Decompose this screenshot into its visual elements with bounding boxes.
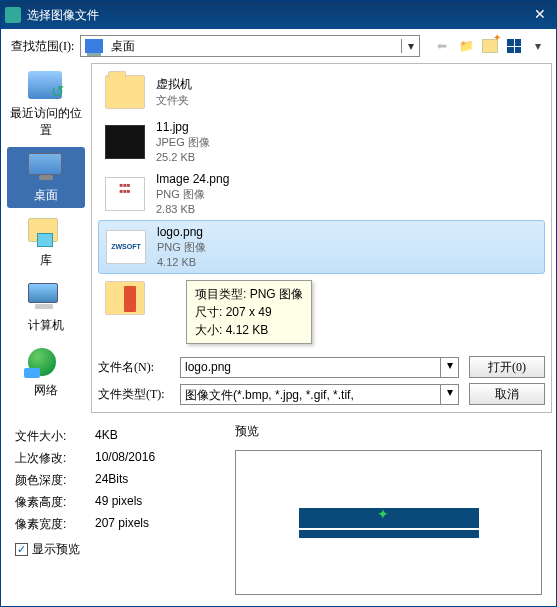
checkbox-icon: ✓ <box>15 543 28 556</box>
place-network[interactable]: 网络 <box>7 342 85 403</box>
image-thumb-icon: ■■■■■■ <box>105 177 145 211</box>
folder-icon <box>105 281 145 315</box>
item-size: 25.2 KB <box>156 150 210 165</box>
show-preview-checkbox[interactable]: ✓ 显示预览 <box>15 541 215 558</box>
lookin-label: 查找范围(I): <box>11 38 74 55</box>
info-val: 10/08/2016 <box>95 450 155 467</box>
toolbar-icons: ⬅ 📁 ▾ <box>434 38 546 54</box>
item-type: JPEG 图像 <box>156 135 210 150</box>
name-rows: 文件名(N): logo.png ▾ 打开(0) 文件类型(T): 图像文件(*… <box>92 347 551 412</box>
place-computer-label: 计算机 <box>28 317 64 334</box>
info-key: 像素宽度: <box>15 516 95 533</box>
lookin-value: 桌面 <box>107 38 401 55</box>
app-icon <box>5 7 21 23</box>
monitor-icon <box>28 153 62 175</box>
info-column: 文件大小:4KB 上次修改:10/08/2016 颜色深度:24Bits 像素高… <box>15 423 215 595</box>
item-type: PNG 图像 <box>157 240 206 255</box>
info-val: 24Bits <box>95 472 128 489</box>
show-preview-label: 显示预览 <box>32 541 80 558</box>
preview-column: 预览 <box>235 423 542 595</box>
list-item[interactable] <box>98 274 545 322</box>
item-type: 文件夹 <box>156 93 192 108</box>
preview-header: 预览 <box>235 423 542 440</box>
library-icon <box>28 218 58 242</box>
filename-input[interactable]: logo.png ▾ <box>180 357 459 378</box>
place-recent[interactable]: 最近访问的位置 <box>7 65 85 143</box>
list-item[interactable]: ZWSOFT logo.png PNG 图像 4.12 KB <box>98 220 545 274</box>
filename-label: 文件名(N): <box>98 359 170 376</box>
place-desktop-label: 桌面 <box>34 187 58 204</box>
info-key: 颜色深度: <box>15 472 95 489</box>
lower-panel: 文件大小:4KB 上次修改:10/08/2016 颜色深度:24Bits 像素高… <box>1 413 556 603</box>
item-name: Image 24.png <box>156 171 229 187</box>
list-item[interactable]: 11.jpg JPEG 图像 25.2 KB <box>98 116 545 168</box>
desktop-icon <box>85 39 103 53</box>
place-network-label: 网络 <box>34 382 58 399</box>
info-key: 文件大小: <box>15 428 95 445</box>
open-button[interactable]: 打开(0) <box>469 356 545 378</box>
recent-icon <box>28 71 62 99</box>
chevron-down-icon[interactable]: ▾ <box>401 39 419 53</box>
place-desktop[interactable]: 桌面 <box>7 147 85 208</box>
tooltip-line: 项目类型: PNG 图像 <box>195 285 303 303</box>
item-name: logo.png <box>157 224 206 240</box>
preview-box <box>235 450 542 595</box>
info-val: 207 pixels <box>95 516 149 533</box>
tooltip: 项目类型: PNG 图像 尺寸: 207 x 49 大小: 4.12 KB <box>186 280 312 344</box>
item-name: 虚拟机 <box>156 76 192 92</box>
filename-value: logo.png <box>181 358 440 377</box>
info-key: 上次修改: <box>15 450 95 467</box>
file-pane: 虚拟机 文件夹 11.jpg JPEG 图像 25.2 KB ■■■■■■ Im… <box>91 63 552 413</box>
place-recent-label: 最近访问的位置 <box>7 105 85 139</box>
window-title: 选择图像文件 <box>27 7 528 24</box>
filetype-value: 图像文件(*.bmp, *.jpg, *.gif, *.tif, <box>181 385 440 404</box>
new-folder-icon[interactable] <box>482 38 498 54</box>
view-dropdown-icon[interactable]: ▾ <box>530 38 546 54</box>
list-item[interactable]: 虚拟机 文件夹 <box>98 68 545 116</box>
info-val: 4KB <box>95 428 118 445</box>
titlebar: 选择图像文件 ✕ <box>1 1 556 29</box>
network-icon <box>28 348 56 376</box>
info-val: 49 pixels <box>95 494 142 511</box>
item-size: 2.83 KB <box>156 202 229 217</box>
place-library-label: 库 <box>40 252 52 269</box>
image-thumb-icon <box>105 125 145 159</box>
chevron-down-icon[interactable]: ▾ <box>440 358 458 377</box>
preview-image <box>299 508 479 538</box>
computer-icon <box>28 283 58 303</box>
view-grid-icon[interactable] <box>506 38 522 54</box>
item-size: 4.12 KB <box>157 255 206 270</box>
up-icon[interactable]: 📁 <box>458 38 474 54</box>
filetype-label: 文件类型(T): <box>98 386 170 403</box>
filetype-input[interactable]: 图像文件(*.bmp, *.jpg, *.gif, *.tif, ▾ <box>180 384 459 405</box>
tooltip-line: 尺寸: 207 x 49 <box>195 303 303 321</box>
lookin-combo[interactable]: 桌面 ▾ <box>80 35 420 57</box>
file-list[interactable]: 虚拟机 文件夹 11.jpg JPEG 图像 25.2 KB ■■■■■■ Im… <box>92 64 551 347</box>
list-item[interactable]: ■■■■■■ Image 24.png PNG 图像 2.83 KB <box>98 168 545 220</box>
toolbar: 查找范围(I): 桌面 ▾ ⬅ 📁 ▾ <box>1 29 556 63</box>
chevron-down-icon[interactable]: ▾ <box>440 385 458 404</box>
body: 最近访问的位置 桌面 库 计算机 网络 虚拟机 文件夹 <box>1 63 556 413</box>
item-type: PNG 图像 <box>156 187 229 202</box>
item-name: 11.jpg <box>156 119 210 135</box>
back-icon[interactable]: ⬅ <box>434 38 450 54</box>
cancel-button[interactable]: 取消 <box>469 383 545 405</box>
folder-icon <box>105 75 145 109</box>
places-bar: 最近访问的位置 桌面 库 计算机 网络 <box>1 63 91 413</box>
place-library[interactable]: 库 <box>7 212 85 273</box>
place-computer[interactable]: 计算机 <box>7 277 85 338</box>
close-icon[interactable]: ✕ <box>528 5 552 25</box>
tooltip-line: 大小: 4.12 KB <box>195 321 303 339</box>
info-key: 像素高度: <box>15 494 95 511</box>
image-thumb-icon: ZWSOFT <box>106 230 146 264</box>
